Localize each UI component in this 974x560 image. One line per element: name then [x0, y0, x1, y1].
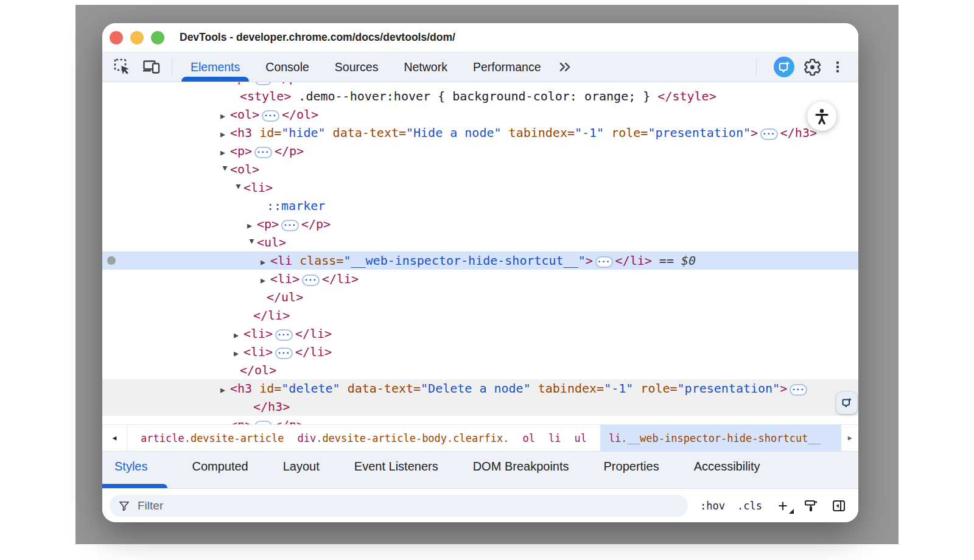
code-token-val: "-1"	[575, 125, 604, 140]
minimize-button[interactable]	[130, 31, 144, 44]
crumb-tag: li	[548, 432, 561, 444]
element-bubble-sparkle-icon[interactable]	[836, 392, 857, 414]
dom-tree-row[interactable]: ▶<li>•••</li>	[102, 324, 858, 343]
new-style-rule-button[interactable]: +	[776, 500, 790, 512]
dom-tree-row[interactable]: ▶<h3 id="delete" data-text="Delete a nod…	[102, 379, 858, 397]
tab-computed[interactable]: Computed	[180, 452, 260, 481]
pseudo-state-toggle[interactable]: :hov	[700, 500, 725, 512]
dom-tree-row[interactable]: ▶<h3 id="hide" data-text="Hide a node" t…	[102, 124, 858, 142]
dock-sidebar-toggle-icon[interactable]	[832, 499, 846, 513]
breadcrumb-item-article-devsite-article[interactable]: article.devsite-article	[141, 425, 284, 451]
ellipsis-expand-button[interactable]: •••	[281, 220, 299, 231]
tab-styles[interactable]: Styles	[102, 452, 167, 481]
code-token-val: "Delete a node"	[421, 381, 531, 396]
ellipsis-expand-button[interactable]: •••	[275, 348, 293, 359]
dom-tree-row[interactable]: ▶<ul>	[102, 233, 858, 251]
tab-properties[interactable]: Properties	[592, 452, 671, 481]
collapsed-arrow-icon[interactable]: ▶	[220, 144, 230, 162]
ellipsis-expand-button[interactable]: •••	[595, 256, 613, 268]
collapsed-arrow-icon[interactable]: ▶	[261, 253, 270, 271]
breadcrumb-scroll-right-icon[interactable]: ▶	[841, 425, 858, 451]
tab-elements[interactable]: Elements	[178, 52, 253, 82]
maximize-button[interactable]	[151, 31, 164, 44]
code-token-tag: <li>	[244, 180, 273, 195]
dom-tree-row[interactable]: ▶<li>•••</li>	[102, 343, 858, 361]
dom-tree-row[interactable]: ▶<li>•••</li>	[102, 270, 858, 288]
crumb-tag: ul	[574, 432, 586, 444]
tab-layout[interactable]: Layout	[271, 452, 332, 481]
code-token-tag: <h3	[230, 381, 252, 396]
ellipsis-expand-button[interactable]: •••	[254, 147, 272, 158]
ellipsis-expand-button[interactable]: •••	[262, 110, 279, 122]
ai-assistant-icon[interactable]	[774, 57, 794, 77]
dom-tree-row[interactable]: ▶<ol>	[102, 160, 858, 178]
filter-field[interactable]	[110, 495, 688, 517]
elements-dom-tree: ▶<p>•••</p><style> .demo--hover:hover { …	[102, 82, 858, 424]
collapsed-arrow-icon[interactable]: ▶	[220, 381, 230, 399]
tab-network[interactable]: Network	[391, 52, 460, 82]
device-toolbar-icon[interactable]	[142, 58, 161, 76]
filter-input[interactable]	[136, 499, 679, 513]
collapsed-arrow-icon[interactable]: ▶	[220, 125, 230, 144]
collapsed-arrow-icon[interactable]: ▶	[234, 345, 244, 363]
sidebar-tab-strip: StylesComputedLayoutEvent ListenersDOM B…	[102, 451, 858, 489]
element-classes-toggle[interactable]: .cls	[737, 500, 762, 512]
expanded-arrow-icon[interactable]: ▶	[243, 239, 261, 249]
code-token-tag: <li>	[270, 271, 300, 286]
expanded-arrow-icon[interactable]: ▶	[229, 184, 248, 194]
collapsed-arrow-icon[interactable]: ▶	[247, 217, 257, 235]
breadcrumb-item-ol[interactable]: ol	[522, 425, 534, 451]
ellipsis-expand-button[interactable]: •••	[275, 329, 293, 341]
ellipsis-expand-button[interactable]: •••	[254, 82, 272, 85]
dom-tree-row[interactable]: <style> .demo--hover:hover { background-…	[102, 87, 858, 105]
dom-tree-row[interactable]: ▶<ol>•••</ol>	[102, 105, 858, 124]
dom-tree-row[interactable]: ▶<li>	[102, 178, 858, 197]
accessibility-person-icon[interactable]	[807, 102, 836, 131]
ellipsis-expand-button[interactable]: •••	[302, 275, 320, 286]
code-token-tag: </ul>	[267, 290, 303, 304]
rendering-paint-roller-icon[interactable]	[804, 499, 818, 513]
dom-tree-row[interactable]: ▶<p>•••</p>	[102, 142, 858, 160]
breadcrumb-item-ul[interactable]: ul	[574, 425, 586, 451]
collapsed-arrow-icon[interactable]: ▶	[220, 107, 230, 125]
code-token-tag: <ol>	[230, 162, 259, 177]
dom-tree-row[interactable]: </ul>	[102, 288, 858, 306]
code-token-tag: >	[586, 253, 593, 268]
breadcrumb-scroll-left-icon[interactable]: ◀	[102, 425, 127, 451]
tab-event-listeners[interactable]: Event Listeners	[342, 452, 450, 481]
kebab-menu-icon[interactable]	[830, 58, 845, 75]
dom-tree-row-partial[interactable]: ▶<p>•••</p>	[102, 416, 858, 424]
tab-console[interactable]: Console	[253, 52, 322, 82]
tab-dom-breakpoints[interactable]: DOM Breakpoints	[461, 452, 581, 481]
dom-tree-row[interactable]: ▶<p>•••</p>	[102, 215, 858, 233]
collapsed-arrow-icon[interactable]: ▶	[234, 326, 244, 345]
dom-tree-row[interactable]: </ol>	[102, 361, 858, 379]
tab-sources[interactable]: Sources	[322, 52, 391, 82]
expanded-arrow-icon[interactable]: ▶	[216, 166, 234, 176]
code-token-eq: ==	[652, 253, 681, 268]
collapsed-arrow-icon[interactable]: ▶	[261, 271, 270, 290]
dom-tree-row[interactable]: </li>	[102, 306, 858, 324]
collapsed-arrow-icon[interactable]: ▶	[220, 418, 230, 424]
ellipsis-expand-button[interactable]: •••	[760, 128, 778, 140]
breadcrumb-item-li-web-inspector-hide-shortcut[interactable]: li.__web-inspector-hide-shortcut__	[600, 425, 841, 451]
code-token-tag: <ol>	[230, 107, 259, 122]
tab-performance[interactable]: Performance	[460, 52, 554, 82]
toolbar-right-cluster	[756, 57, 858, 77]
code-token-val: "-1"	[604, 381, 633, 396]
dom-tree-row-partial[interactable]: ▶<p>•••</p>	[102, 82, 858, 87]
dom-tree-row[interactable]: ::marker	[102, 197, 858, 215]
breadcrumb-item-li[interactable]: li	[548, 425, 561, 451]
styles-filter-bar: :hov .cls +	[102, 489, 858, 522]
dom-tree-row[interactable]: </h3>	[102, 397, 858, 416]
close-button[interactable]	[110, 31, 123, 44]
more-tabs-icon[interactable]	[556, 58, 573, 75]
tab-accessibility[interactable]: Accessibility	[682, 452, 773, 481]
code-token-val: "delete"	[281, 381, 340, 396]
breadcrumb-item-div-devsite-article-body-clearfix[interactable]: div.devsite-article-body.clearfix.	[297, 425, 509, 451]
dom-tree-row[interactable]: ▶<li class="__web-inspector-hide-shortcu…	[102, 251, 858, 270]
crumb-tag: article	[141, 432, 184, 444]
ellipsis-expand-button[interactable]: •••	[790, 384, 807, 396]
inspect-element-icon[interactable]	[113, 58, 131, 76]
settings-gear-icon[interactable]	[803, 58, 822, 77]
